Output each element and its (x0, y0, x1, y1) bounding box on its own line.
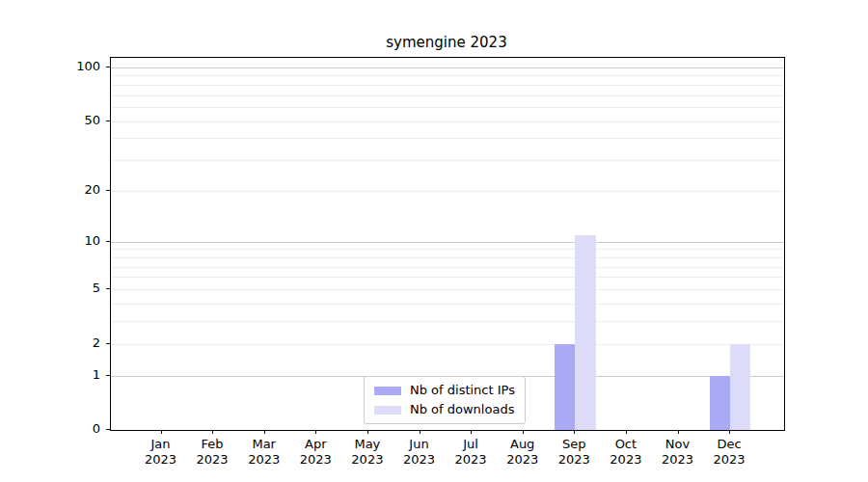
x-tick-month: Dec (702, 437, 756, 452)
x-tick-label: Jan2023 (134, 437, 188, 468)
x-tick-mark (161, 430, 162, 434)
x-tick-label: Jul2023 (444, 437, 498, 468)
figure: symengine 2023 0125102050100 Jan2023Feb2… (0, 0, 868, 482)
x-tick-label: Jun2023 (393, 437, 447, 468)
y-tick-label: 2 (58, 335, 100, 351)
x-tick-label: Oct2023 (599, 437, 653, 468)
x-tick-mark (523, 430, 524, 434)
x-tick-year: 2023 (288, 452, 342, 468)
x-tick-mark (729, 430, 730, 434)
bar-downloads (575, 235, 595, 431)
x-tick-label: May2023 (340, 437, 394, 468)
x-tick-year: 2023 (393, 452, 447, 468)
x-tick-year: 2023 (237, 452, 291, 468)
minor-gridline (111, 304, 784, 305)
y-tick-mark (106, 375, 110, 376)
x-tick-mark (574, 430, 575, 434)
y-tick-label: 50 (58, 113, 100, 128)
minor-gridline (111, 75, 784, 76)
x-tick-mark (678, 430, 679, 434)
x-tick-year: 2023 (340, 452, 394, 468)
x-tick-month: Aug (496, 437, 550, 452)
y-tick-mark (106, 241, 110, 242)
minor-gridline (111, 289, 784, 290)
y-tick-label: 10 (58, 233, 100, 249)
x-tick-label: Aug2023 (496, 437, 550, 468)
minor-gridline (111, 85, 784, 86)
minor-gridline (111, 344, 784, 345)
x-tick-month: Jul (444, 437, 498, 452)
x-tick-month: Oct (599, 437, 653, 452)
y-tick-mark (106, 429, 110, 430)
x-tick-mark (212, 430, 213, 434)
bar-distinct-ips (555, 344, 575, 431)
y-tick-mark (106, 190, 110, 191)
legend: Nb of distinct IPsNb of downloads (364, 376, 526, 424)
x-tick-month: Mar (237, 437, 291, 452)
major-gridline (111, 242, 784, 243)
minor-gridline (111, 191, 784, 192)
y-tick-label: 1 (58, 367, 100, 383)
x-tick-mark (367, 430, 368, 434)
x-tick-year: 2023 (185, 452, 239, 468)
minor-gridline (111, 95, 784, 96)
minor-gridline (111, 121, 784, 122)
x-tick-mark (626, 430, 627, 434)
y-tick-mark (106, 120, 110, 121)
x-tick-mark (264, 430, 265, 434)
x-tick-label: Nov2023 (651, 437, 705, 468)
x-tick-month: Jun (393, 437, 447, 452)
x-tick-month: Nov (651, 437, 705, 452)
x-tick-label: Sep2023 (547, 437, 601, 468)
minor-gridline (111, 257, 784, 258)
x-tick-year: 2023 (496, 452, 550, 468)
x-tick-year: 2023 (134, 452, 188, 468)
x-tick-month: Sep (547, 437, 601, 452)
x-tick-year: 2023 (651, 452, 705, 468)
legend-label: Nb of downloads (410, 402, 514, 417)
minor-gridline (111, 249, 784, 250)
legend-swatch (374, 387, 401, 395)
minor-gridline (111, 107, 784, 108)
x-tick-year: 2023 (599, 452, 653, 468)
y-tick-label: 5 (58, 281, 100, 296)
y-tick-label: 100 (58, 59, 100, 74)
y-tick-mark (106, 343, 110, 344)
minor-gridline (111, 160, 784, 161)
minor-gridline (111, 138, 784, 139)
y-tick-mark (106, 67, 110, 67)
x-tick-label: Feb2023 (185, 437, 239, 468)
legend-item: Nb of distinct IPs (374, 383, 515, 398)
minor-gridline (111, 321, 784, 322)
bar-downloads (730, 344, 750, 431)
x-tick-mark (471, 430, 472, 434)
x-tick-month: Jan (134, 437, 188, 452)
plot-area (110, 57, 785, 431)
x-tick-mark (315, 430, 316, 434)
chart-title: symengine 2023 (110, 34, 783, 51)
legend-label: Nb of distinct IPs (410, 383, 515, 398)
x-tick-month: May (340, 437, 394, 452)
y-tick-mark (106, 288, 110, 289)
y-tick-label: 0 (58, 421, 100, 437)
x-tick-year: 2023 (444, 452, 498, 468)
major-gridline (111, 67, 784, 68)
x-tick-year: 2023 (547, 452, 601, 468)
legend-swatch (374, 406, 401, 415)
x-tick-month: Apr (288, 437, 342, 452)
x-tick-label: Dec2023 (702, 437, 756, 468)
x-tick-label: Apr2023 (288, 437, 342, 468)
minor-gridline (111, 277, 784, 278)
x-tick-month: Feb (185, 437, 239, 452)
bar-distinct-ips (710, 376, 730, 431)
x-tick-mark (420, 430, 420, 434)
y-tick-label: 20 (58, 182, 100, 198)
x-tick-year: 2023 (702, 452, 756, 468)
legend-item: Nb of downloads (374, 402, 515, 417)
minor-gridline (111, 267, 784, 268)
x-tick-label: Mar2023 (237, 437, 291, 468)
